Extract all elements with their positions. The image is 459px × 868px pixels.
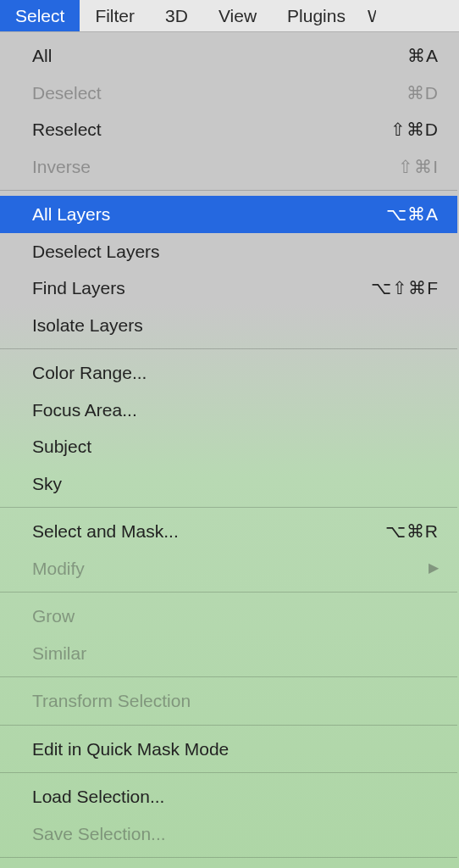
- menu-shortcut: ⌘A: [407, 42, 439, 70]
- menu-label: Focus Area...: [32, 397, 137, 424]
- menu-label: Find Layers: [32, 275, 125, 302]
- menu-save-selection: Save Selection...: [0, 815, 457, 853]
- submenu-arrow-icon: ▶: [429, 558, 439, 578]
- menu-grow: Grow: [0, 598, 457, 635]
- menu-label: Transform Selection: [32, 687, 191, 715]
- menu-similar: Similar: [0, 635, 457, 672]
- menu-label: All Layers: [32, 201, 110, 228]
- menubar-partial[interactable]: W: [361, 0, 376, 31]
- menubar-3d[interactable]: 3D: [150, 0, 203, 31]
- menu-inverse: Inverse ⇧⌘I: [0, 148, 457, 186]
- menu-separator: [0, 857, 457, 858]
- menu-select-and-mask[interactable]: Select and Mask... ⌥⌘R: [0, 513, 457, 550]
- menu-separator: [0, 507, 457, 508]
- menu-shortcut: ⌥⌘A: [386, 201, 439, 228]
- menu-label: All: [32, 42, 52, 70]
- menu-shortcut: ⇧⌘I: [398, 153, 439, 181]
- menubar-select[interactable]: Select: [0, 0, 80, 31]
- menu-transform-selection: Transform Selection: [0, 682, 457, 720]
- menu-label: Modify: [32, 555, 85, 582]
- menu-sky[interactable]: Sky: [0, 465, 457, 503]
- menu-shortcut: ⌘D: [406, 80, 439, 107]
- menubar: Select Filter 3D View Plugins W: [0, 0, 459, 32]
- menu-label: Reselect: [32, 116, 102, 143]
- menubar-filter[interactable]: Filter: [80, 0, 150, 31]
- menu-label: Inverse: [32, 153, 91, 181]
- menu-all[interactable]: All ⌘A: [0, 37, 457, 75]
- menu-separator: [0, 676, 457, 677]
- menu-color-range[interactable]: Color Range...: [0, 354, 457, 392]
- menu-label: Sky: [32, 470, 62, 498]
- menu-label: Deselect: [32, 80, 102, 107]
- menu-deselect-layers[interactable]: Deselect Layers: [0, 233, 457, 270]
- menu-subject[interactable]: Subject: [0, 428, 457, 465]
- menu-separator: [0, 592, 457, 593]
- menu-new-3d-extrusion: New 3D Extrusion: [0, 863, 457, 868]
- menu-label: Edit in Quick Mask Mode: [32, 736, 229, 763]
- menu-label: Similar: [32, 640, 86, 667]
- menu-separator: [0, 190, 457, 191]
- menu-focus-area[interactable]: Focus Area...: [0, 392, 457, 429]
- menu-quick-mask[interactable]: Edit in Quick Mask Mode: [0, 731, 457, 768]
- select-dropdown: All ⌘A Deselect ⌘D Reselect ⇧⌘D Inverse …: [0, 32, 457, 868]
- menu-separator: [0, 348, 457, 349]
- menu-deselect: Deselect ⌘D: [0, 75, 457, 112]
- menu-label: Isolate Layers: [32, 312, 143, 339]
- menubar-view[interactable]: View: [203, 0, 272, 31]
- menu-modify: Modify ▶: [0, 550, 457, 587]
- menu-isolate-layers[interactable]: Isolate Layers: [0, 307, 457, 344]
- menu-label: Deselect Layers: [32, 238, 160, 265]
- menu-label: Save Selection...: [32, 821, 166, 848]
- menu-shortcut: ⌥⇧⌘F: [371, 275, 439, 302]
- menu-separator: [0, 725, 457, 726]
- menu-shortcut: ⇧⌘D: [390, 116, 439, 143]
- menu-separator: [0, 772, 457, 773]
- menu-label: Grow: [32, 603, 75, 630]
- menubar-plugins[interactable]: Plugins: [272, 0, 361, 31]
- menu-find-layers[interactable]: Find Layers ⌥⇧⌘F: [0, 270, 457, 307]
- menu-label: Select and Mask...: [32, 518, 179, 545]
- menu-label: Load Selection...: [32, 783, 164, 810]
- menu-shortcut: ⌥⌘R: [385, 518, 439, 545]
- menu-label: Color Range...: [32, 359, 147, 387]
- menu-label: Subject: [32, 433, 91, 460]
- menu-reselect[interactable]: Reselect ⇧⌘D: [0, 111, 457, 148]
- menu-all-layers[interactable]: All Layers ⌥⌘A: [0, 196, 457, 233]
- menu-load-selection[interactable]: Load Selection...: [0, 778, 457, 815]
